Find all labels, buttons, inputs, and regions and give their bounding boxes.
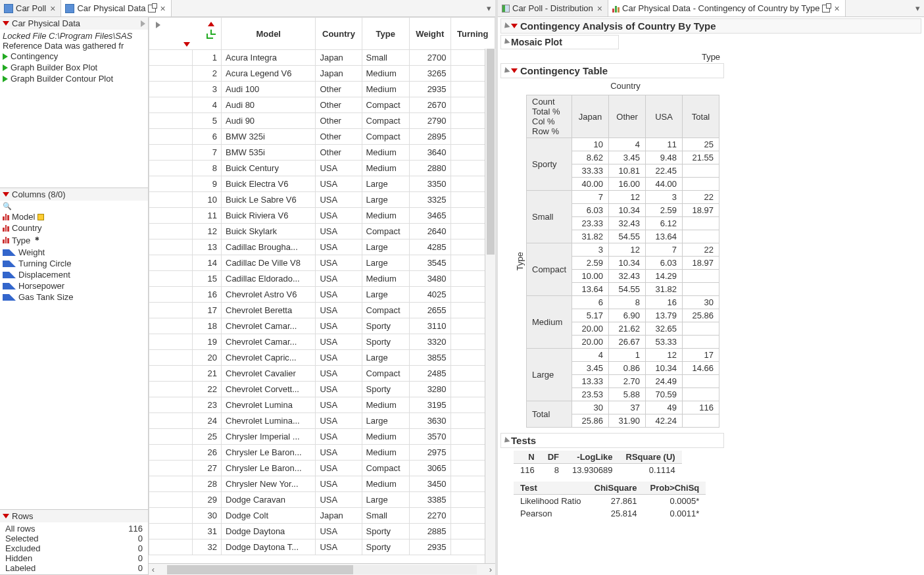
table-row[interactable]: 31 Dodge Daytona USA Sporty 2885 <box>149 524 495 539</box>
cell-weight[interactable]: 3195 <box>410 397 451 413</box>
scroll-right-icon[interactable]: › <box>486 564 495 574</box>
close-icon[interactable]: × <box>49 3 57 14</box>
row-number[interactable]: 3 <box>193 82 222 97</box>
row-marker[interactable] <box>149 208 193 224</box>
cell-country[interactable]: USA <box>316 492 362 508</box>
row-marker[interactable] <box>149 129 193 145</box>
red-triangle-icon[interactable] <box>3 514 9 518</box>
cell-type[interactable]: Medium <box>362 208 410 224</box>
cell-type[interactable]: Small <box>362 50 410 66</box>
cell-weight[interactable]: 2790 <box>410 113 451 129</box>
cell-model[interactable]: Chrysler New Yor... <box>222 476 316 492</box>
row-marker[interactable] <box>149 224 193 239</box>
cell-country[interactable]: USA <box>316 461 362 476</box>
cell-country[interactable]: USA <box>316 413 362 429</box>
row-number[interactable]: 2 <box>193 66 222 82</box>
table-row[interactable]: 16 Chevrolet Astro V6 USA Large 4025 <box>149 287 495 303</box>
cell-type[interactable]: Compact <box>362 129 410 145</box>
row-number[interactable]: 8 <box>193 161 222 176</box>
red-triangle-icon[interactable] <box>3 21 9 26</box>
cell-model[interactable]: Dodge Daytona T... <box>222 539 316 555</box>
cell-weight[interactable]: 3265 <box>410 66 451 82</box>
cell-weight[interactable]: 3280 <box>410 382 451 397</box>
col-header-country[interactable]: Country <box>316 18 362 50</box>
cell-country[interactable]: USA <box>316 397 362 413</box>
row-number[interactable]: 1 <box>193 50 222 66</box>
cell-weight[interactable]: 2935 <box>410 539 451 555</box>
cell-weight[interactable]: 2700 <box>410 50 451 66</box>
cell-model[interactable]: Chrysler Imperial ... <box>222 429 316 445</box>
cell-country[interactable]: USA <box>316 318 362 334</box>
search-icon[interactable]: 🔍 <box>3 202 12 211</box>
row-marker[interactable] <box>149 303 193 318</box>
cell-weight[interactable]: 3855 <box>410 350 451 366</box>
row-number[interactable]: 9 <box>193 176 222 192</box>
row-marker[interactable] <box>149 461 193 476</box>
cell-model[interactable]: Audi 90 <box>222 113 316 129</box>
red-triangle-icon[interactable] <box>511 24 518 28</box>
table-row[interactable]: 6 BMW 325i Other Compact 2895 <box>149 129 495 145</box>
table-row[interactable]: 26 Chrysler Le Baron... USA Medium 2975 <box>149 445 495 461</box>
cell-type[interactable]: Compact <box>362 461 410 476</box>
cell-model[interactable]: Acura Legend V6 <box>222 66 316 82</box>
table-script-item[interactable]: Graph Builder Contour Plot <box>3 73 145 84</box>
red-triangle-icon[interactable] <box>511 68 518 73</box>
col-header-type[interactable]: Type <box>362 18 410 50</box>
cell-weight[interactable]: 3385 <box>410 492 451 508</box>
row-marker[interactable] <box>149 539 193 555</box>
row-number[interactable]: 13 <box>193 239 222 255</box>
row-number[interactable]: 31 <box>193 524 222 539</box>
cell-type[interactable]: Large <box>362 350 410 366</box>
row-number[interactable]: 26 <box>193 445 222 461</box>
table-row[interactable]: 25 Chrysler Imperial ... USA Medium 3570 <box>149 429 495 445</box>
cell-type[interactable]: Sporty <box>362 318 410 334</box>
data-table-scroll[interactable]: Model Country Type Weight Turning 1 Acur… <box>149 17 495 563</box>
column-item[interactable]: Horsepower <box>0 280 148 291</box>
row-number[interactable]: 5 <box>193 113 222 129</box>
row-number[interactable]: 28 <box>193 476 222 492</box>
cell-country[interactable]: Other <box>316 145 362 161</box>
cell-weight[interactable]: 3465 <box>410 208 451 224</box>
cell-weight[interactable]: 4025 <box>410 287 451 303</box>
table-row[interactable]: 12 Buick Skylark USA Compact 2640 <box>149 224 495 239</box>
cell-model[interactable]: Acura Integra <box>222 50 316 66</box>
tab-menu-button[interactable]: ▾ <box>483 0 495 16</box>
cell-type[interactable]: Medium <box>362 397 410 413</box>
table-row[interactable]: 8 Buick Century USA Medium 2880 <box>149 161 495 176</box>
table-row[interactable]: 2 Acura Legend V6 Japan Medium 3265 <box>149 66 495 82</box>
row-marker[interactable] <box>149 492 193 508</box>
cell-country[interactable]: Japan <box>316 508 362 524</box>
column-item[interactable]: Weight <box>0 247 148 258</box>
cell-country[interactable]: USA <box>316 445 362 461</box>
cell-model[interactable]: Chevrolet Corvett... <box>222 382 316 397</box>
table-row[interactable]: 23 Chevrolet Lumina USA Medium 3195 <box>149 397 495 413</box>
cell-country[interactable]: USA <box>316 366 362 382</box>
table-row[interactable]: 20 Chevrolet Capric... USA Large 3855 <box>149 350 495 366</box>
cell-type[interactable]: Medium <box>362 271 410 287</box>
cell-country[interactable]: Japan <box>316 66 362 82</box>
table-row[interactable]: 7 BMW 535i Other Medium 3640 <box>149 145 495 161</box>
cell-type[interactable]: Medium <box>362 445 410 461</box>
cell-country[interactable]: USA <box>316 539 362 555</box>
row-number[interactable]: 18 <box>193 318 222 334</box>
stairstep-icon[interactable] <box>207 34 213 39</box>
cell-country[interactable]: USA <box>316 350 362 366</box>
table-row[interactable]: 14 Cadillac De Ville V8 USA Large 3545 <box>149 255 495 271</box>
row-marker[interactable] <box>149 476 193 492</box>
red-triangle-icon[interactable] <box>3 192 9 197</box>
row-number[interactable]: 15 <box>193 271 222 287</box>
analysis-header[interactable]: Contingency Analysis of Country By Type <box>500 18 921 34</box>
disclosure-icon[interactable] <box>502 38 510 46</box>
row-number[interactable]: 17 <box>193 303 222 318</box>
tab-car-poll-distribution[interactable]: Car Poll - Distribution × <box>498 0 608 16</box>
row-marker[interactable] <box>149 97 193 113</box>
cell-country[interactable]: Other <box>316 129 362 145</box>
table-row[interactable]: 22 Chevrolet Corvett... USA Sporty 3280 <box>149 382 495 397</box>
table-row[interactable]: 3 Audi 100 Other Medium 2935 <box>149 82 495 97</box>
cell-country[interactable]: USA <box>316 208 362 224</box>
cell-model[interactable]: Audi 100 <box>222 82 316 97</box>
row-number[interactable]: 7 <box>193 145 222 161</box>
cell-weight[interactable]: 3545 <box>410 255 451 271</box>
row-number[interactable]: 32 <box>193 539 222 555</box>
table-row[interactable]: 10 Buick Le Sabre V6 USA Large 3325 <box>149 192 495 208</box>
